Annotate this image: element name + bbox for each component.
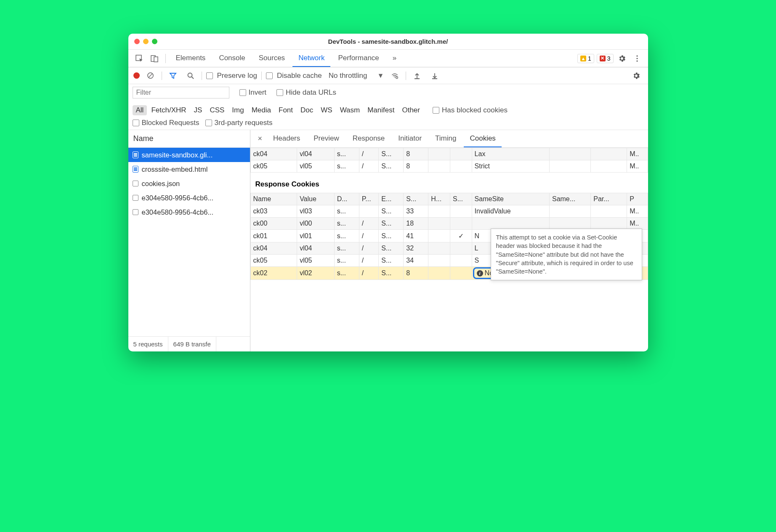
tab-performance[interactable]: Performance (332, 50, 385, 67)
tab-sources[interactable]: Sources (253, 50, 291, 67)
tab-response[interactable]: Response (347, 130, 391, 147)
request-label: e304e580-9956-4cb6... (142, 208, 214, 216)
search-icon[interactable] (184, 69, 197, 82)
col-path[interactable]: P... (359, 193, 379, 205)
throttling-caret-icon[interactable]: ▼ (377, 72, 384, 80)
request-label: e304e580-9956-4cb6... (142, 194, 214, 202)
table-row[interactable]: ck03vl03s...S...33InvalidValueM.. (250, 205, 648, 218)
svg-point-3 (636, 55, 638, 56)
response-cookies-heading: Response Cookies (250, 173, 648, 193)
col-httponly[interactable]: H... (428, 193, 450, 205)
table-header-row: Name Value D... P... E... S... H... S...… (250, 193, 648, 205)
filter-type-all[interactable]: All (133, 105, 147, 115)
tab-elements[interactable]: Elements (170, 50, 212, 67)
record-button[interactable] (133, 72, 140, 79)
request-item-1[interactable]: crosssite-embed.html (128, 162, 250, 176)
filter-type-wasm[interactable]: Wasm (337, 105, 364, 115)
warnings-count: 1 (588, 55, 591, 62)
throttling-select[interactable]: No throttling (329, 72, 367, 80)
svg-point-5 (636, 60, 638, 61)
requests-footer: 5 requests 649 B transfe (128, 336, 250, 351)
table-row[interactable]: ck05vl05s.../S...8StrictM.. (250, 160, 648, 173)
settings-icon[interactable] (615, 52, 629, 65)
filter-type-media[interactable]: Media (248, 105, 274, 115)
filter-type-ws[interactable]: WS (317, 105, 335, 115)
tab-console[interactable]: Console (213, 50, 251, 67)
inspect-element-icon[interactable] (133, 52, 146, 65)
invert-checkbox[interactable] (239, 89, 246, 96)
filter-type-css[interactable]: CSS (206, 105, 228, 115)
close-details-icon[interactable]: × (255, 134, 266, 143)
request-label: samesite-sandbox.gli... (142, 151, 213, 159)
resource-icon (133, 181, 138, 186)
request-item-3[interactable]: e304e580-9956-4cb6... (128, 191, 250, 205)
import-har-icon[interactable] (410, 69, 424, 82)
table-row[interactable]: ck00vl00s.../S...18M.. (250, 218, 648, 230)
request-item-4[interactable]: e304e580-9956-4cb6... (128, 205, 250, 219)
col-value[interactable]: Value (297, 193, 335, 205)
document-icon (133, 166, 138, 173)
warnings-badge[interactable]: ▲1 (577, 54, 594, 63)
divider (165, 54, 166, 63)
third-party-checkbox[interactable] (205, 120, 212, 126)
filter-type-font[interactable]: Font (275, 105, 296, 115)
col-sameparty[interactable]: Same... (549, 193, 590, 205)
filter-type-img[interactable]: Img (229, 105, 247, 115)
col-samesite[interactable]: SameSite (472, 193, 549, 205)
request-item-0[interactable]: samesite-sandbox.gli... (128, 148, 250, 162)
col-partitionkey[interactable]: Par... (591, 193, 627, 205)
filter-type-other[interactable]: Other (399, 105, 423, 115)
tab-network[interactable]: Network (292, 50, 330, 67)
request-label: crosssite-embed.html (142, 165, 208, 173)
has-blocked-cookies-checkbox[interactable] (433, 107, 439, 114)
errors-badge[interactable]: ✕3 (597, 54, 614, 63)
request-label: cookies.json (142, 180, 180, 188)
col-expires[interactable]: E... (379, 193, 404, 205)
kebab-menu-icon[interactable] (630, 52, 644, 65)
blocked-requests-checkbox[interactable] (133, 120, 139, 126)
filter-type-js[interactable]: JS (191, 105, 206, 115)
export-har-icon[interactable] (428, 69, 441, 82)
window-title: DevTools - samesite-sandbox.glitch.me/ (128, 38, 648, 45)
document-icon (133, 152, 138, 158)
requests-count: 5 requests (128, 337, 168, 351)
disable-cache-label: Disable cache (277, 72, 322, 80)
col-domain[interactable]: D... (334, 193, 359, 205)
filter-type-fetch[interactable]: Fetch/XHR (148, 105, 189, 115)
tab-initiator[interactable]: Initiator (392, 130, 428, 147)
tab-preview[interactable]: Preview (308, 130, 345, 147)
details-content: ck04vl04s.../S...8LaxM.. ck05vl05s.../S.… (250, 148, 648, 351)
col-name[interactable]: Name (250, 193, 297, 205)
device-toolbar-icon[interactable] (148, 52, 161, 65)
col-size[interactable]: S... (404, 193, 428, 205)
requests-header[interactable]: Name (128, 130, 250, 148)
requests-pane: Name samesite-sandbox.gli... crosssite-e… (128, 130, 250, 351)
filter-icon[interactable] (166, 69, 180, 82)
network-settings-icon[interactable] (630, 69, 643, 82)
hide-data-urls-checkbox[interactable] (276, 89, 283, 96)
svg-point-4 (636, 58, 638, 59)
clear-icon[interactable] (144, 69, 157, 82)
table-row[interactable]: ck04vl04s.../S...8LaxM.. (250, 148, 648, 160)
issue-badges: ▲1 ✕3 (577, 54, 614, 63)
type-filter: All Fetch/XHR JS CSS Img Media Font Doc … (133, 105, 644, 127)
invert-label: Invert (249, 88, 267, 97)
disable-cache-checkbox[interactable] (266, 72, 273, 79)
filter-type-manifest[interactable]: Manifest (364, 105, 398, 115)
svg-rect-2 (154, 57, 158, 62)
tab-cookies[interactable]: Cookies (464, 130, 501, 147)
filter-type-doc[interactable]: Doc (297, 105, 316, 115)
filter-input[interactable] (133, 87, 229, 98)
svg-line-9 (191, 77, 194, 79)
request-item-2[interactable]: cookies.json (128, 176, 250, 191)
preserve-log-checkbox[interactable] (206, 72, 213, 79)
col-secure[interactable]: S... (450, 193, 472, 205)
network-conditions-icon[interactable] (388, 69, 401, 82)
col-priority[interactable]: P (627, 193, 648, 205)
tab-more[interactable]: » (387, 50, 402, 67)
errors-count: 3 (607, 55, 611, 62)
svg-line-7 (149, 74, 153, 78)
tab-headers[interactable]: Headers (267, 130, 306, 147)
cookie-warning-tooltip: This attempt to set a cookie via a Set-C… (491, 229, 642, 280)
tab-timing[interactable]: Timing (429, 130, 462, 147)
